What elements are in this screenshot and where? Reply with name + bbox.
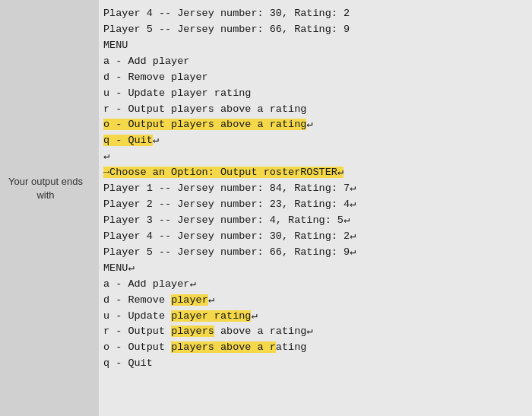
terminal-line: Player 5 -- Jersey number: 66, Rating: 9 [103, 22, 527, 38]
terminal-line: Player 4 -- Jersey number: 30, Rating: 2 [103, 6, 527, 22]
terminal-line: Player 5 -- Jersey number: 66, Rating: 9… [103, 245, 527, 261]
terminal-line: ↵ [103, 149, 527, 165]
terminal-line: MENU [103, 38, 527, 54]
left-label: Your output ends with [0, 175, 91, 202]
terminal-line: Player 2 -- Jersey number: 23, Rating: 4… [103, 197, 527, 213]
terminal-line-highlighted: q - Quit↵ [103, 133, 527, 149]
terminal-line: q - Quit [103, 356, 527, 372]
terminal-line: Player 3 -- Jersey number: 4, Rating: 5↵ [103, 213, 527, 229]
terminal-line: Player 4 -- Jersey number: 30, Rating: 2… [103, 229, 527, 245]
terminal-line: u - Update player rating↵ [103, 309, 527, 325]
terminal-area: Player 4 -- Jersey number: 30, Rating: 2… [99, 0, 532, 416]
terminal-line-highlighted: o - Output players above a rating↵ [103, 117, 527, 133]
terminal-line-partial: o - Output players above a rating [103, 340, 527, 356]
terminal-line: r - Output players above a rating [103, 102, 527, 118]
terminal-line: r - Output players above a rating↵ [103, 324, 527, 340]
terminal-line: a - Add player [103, 54, 527, 70]
terminal-line: MENU↵ [103, 261, 527, 277]
terminal-line: u - Update player rating [103, 86, 527, 102]
terminal-prompt-line: →Choose an Option: Output rosterROSTER↵ [103, 165, 527, 181]
label-line2: with [36, 189, 54, 201]
terminal-line: Player 1 -- Jersey number: 84, Rating: 7… [103, 181, 527, 197]
label-line1: Your output ends [8, 176, 83, 187]
terminal-line: a - Add player↵ [103, 277, 527, 293]
terminal-line: d - Remove player [103, 70, 527, 86]
terminal-line: d - Remove player↵ [103, 293, 527, 309]
